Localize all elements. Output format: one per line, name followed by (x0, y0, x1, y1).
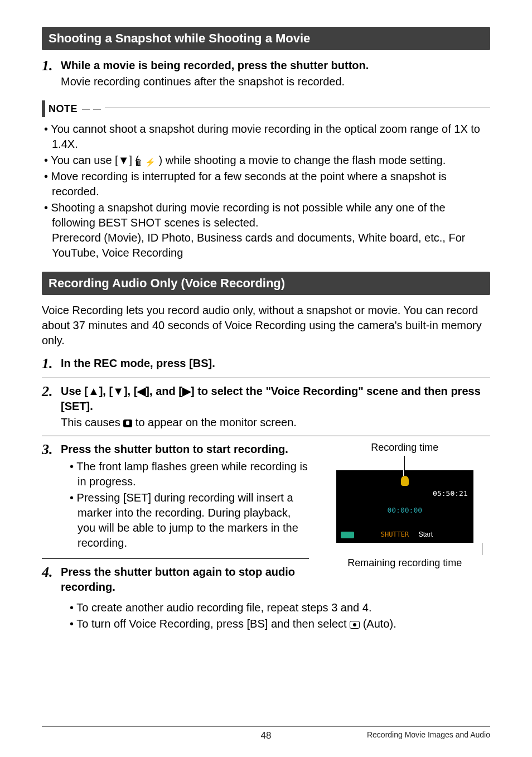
step-desc-part2: to appear on the monitor screen. (132, 416, 297, 428)
footer-rule (42, 726, 490, 727)
step-heading: While a movie is being recorded, press t… (61, 58, 490, 73)
footer-section-name: Recording Movie Images and Audio (367, 730, 490, 739)
separator (42, 558, 309, 559)
auto-mode-icon (350, 621, 360, 629)
step-4-bullet-1: To create another audio recording file, … (61, 600, 490, 615)
fig-start-label: Start (419, 531, 433, 538)
note-bullet-1: You cannot shoot a snapshot during movie… (42, 122, 490, 152)
page-number: 48 (261, 730, 272, 741)
note-bullet-4-cont: Prerecord (Movie), ID Photo, Business ca… (52, 230, 490, 261)
camera-screen-figure: 05:50:21 00:00:00 SHUTTER Start (336, 470, 473, 543)
s2-step-2: 2. Use [▲], [▼], [◀], and [▶] to select … (42, 384, 490, 430)
note-bullet-3: Move recording is interrupted for a few … (42, 169, 490, 199)
step-4-bullets: To create another audio recording file, … (61, 600, 490, 631)
step-3-bullet-2: Pressing [SET] during recording will ins… (61, 490, 309, 551)
step-number: 2. (42, 384, 61, 400)
step-number: 1. (42, 356, 61, 372)
battery-icon (341, 532, 354, 538)
fig-remaining-time: 05:50:21 (433, 489, 468, 498)
step-number: 1. (42, 58, 61, 74)
note-label: NOTE (49, 103, 78, 115)
step-4-bullet-2a: To turn off Voice Recording, press [BS] … (76, 618, 350, 630)
step-3-bullet-1: The front lamp flashes green while recor… (61, 459, 309, 489)
fig-bottom-label: Remaining recording time (319, 557, 490, 569)
note-bullets: You cannot shoot a snapshot during movie… (42, 122, 490, 261)
fig-callout-line-top (404, 456, 405, 470)
section-title-2: Recording Audio Only (Voice Recording) (42, 272, 490, 295)
note-bullet-4-text: Shooting a snapshot during movie recordi… (51, 201, 446, 229)
fig-elapsed-time: 00:00:00 (387, 506, 422, 514)
step-4-bullet-2: To turn off Voice Recording, press [BS] … (61, 616, 490, 631)
note-bullet-4: Shooting a snapshot during movie recordi… (42, 200, 490, 261)
step-1: 1. While a movie is being recorded, pres… (42, 58, 490, 89)
trash-flash-icon: 🗑 ⚡ (142, 157, 156, 168)
step-desc-part1: This causes (61, 416, 123, 428)
mic-icon (123, 420, 132, 427)
note-bar-icon (42, 100, 45, 117)
step-number: 3. (42, 442, 61, 458)
fig-top-label: Recording time (319, 442, 490, 454)
s2-step-4: 4. Press the shutter button again to sto… (42, 565, 309, 595)
step-4-bullet-2b: (Auto). (360, 618, 396, 630)
fig-shutter-label: SHUTTER (381, 531, 409, 538)
step-3-bullets: The front lamp flashes green while recor… (61, 459, 309, 551)
step-heading: Press the shutter button to start record… (61, 442, 309, 457)
note-bullet-2b: ) while shooting a movie to change the f… (159, 154, 446, 166)
s2-step-1: 1. In the REC mode, press [BS]. (42, 356, 490, 372)
note-bullet-2a: You can use [▼] ( (51, 154, 139, 166)
section-2-para: Voice Recording lets you record audio on… (42, 303, 490, 348)
step-description: Movie recording continues after the snap… (61, 74, 490, 89)
step-heading: In the REC mode, press [BS]. (61, 356, 490, 371)
separator (42, 378, 490, 378)
section-title-1: Shooting a Snapshot while Shooting a Mov… (42, 27, 490, 50)
step-description: This causes to appear on the monitor scr… (61, 415, 490, 430)
step-number: 4. (42, 565, 61, 581)
note-bullet-2: You can use [▼] ( 🗑 ⚡ ) while shooting a… (42, 153, 490, 168)
s2-step-3: 3. Press the shutter button to start rec… (42, 442, 309, 552)
note-rule (105, 108, 490, 108)
fig-callout-line-bottom (482, 543, 482, 555)
page-footer: 48 Recording Movie Images and Audio (0, 726, 532, 739)
note-header: NOTE — — (42, 100, 490, 117)
fig-inner-line (403, 470, 404, 476)
note-dashes-icon: — — (82, 104, 101, 113)
mic-indicator-icon (401, 476, 409, 486)
separator (42, 436, 490, 436)
step-heading: Use [▲], [▼], [◀], and [▶] to select the… (61, 384, 490, 414)
step-heading: Press the shutter button again to stop a… (61, 565, 309, 595)
